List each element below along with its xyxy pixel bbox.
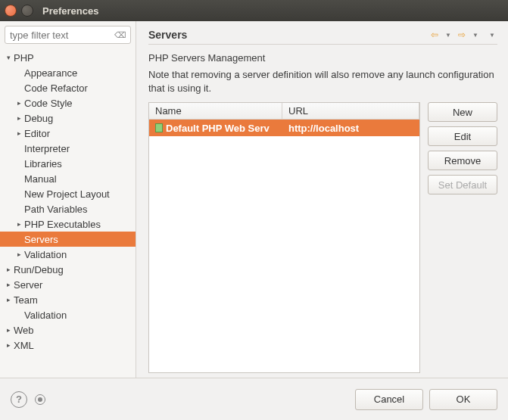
- twisty-closed-icon[interactable]: ▸: [5, 266, 12, 273]
- tree-item[interactable]: ▸Code Style: [0, 95, 136, 110]
- server-icon: [155, 123, 163, 132]
- tree-item[interactable]: Interpreter: [0, 141, 136, 156]
- tree-item-label: Debug: [24, 113, 53, 124]
- twisty-closed-icon[interactable]: ▸: [15, 114, 23, 122]
- nav-back-menu-icon[interactable]: ▼: [443, 30, 453, 40]
- servers-table: Name URL Default PHP Web Servhttp://loca…: [148, 102, 420, 373]
- twisty-closed-icon[interactable]: ▸: [5, 296, 12, 303]
- tree-item[interactable]: New Project Layout: [0, 186, 136, 201]
- nav-forward-menu-icon[interactable]: ▼: [470, 30, 481, 40]
- tree-item[interactable]: ▸Validation: [0, 247, 136, 262]
- twisty-closed-icon[interactable]: ▸: [5, 281, 12, 288]
- twisty-closed-icon[interactable]: ▸: [15, 250, 23, 258]
- tree-item[interactable]: Code Refactor: [0, 80, 136, 95]
- filter-input[interactable]: [5, 26, 131, 44]
- tree-item[interactable]: Servers: [0, 232, 136, 247]
- nav-forward-icon[interactable]: ⇨: [457, 30, 467, 40]
- remove-button[interactable]: Remove: [428, 151, 497, 170]
- tree-item-label: Validation: [24, 310, 67, 321]
- title-bar: Preferences: [0, 0, 508, 21]
- tree-item-label: Team: [14, 294, 38, 306]
- nav-menu-icon[interactable]: ▼: [487, 30, 497, 40]
- tree-item[interactable]: ▸Editor: [0, 126, 136, 141]
- tree-item[interactable]: Validation: [0, 307, 136, 322]
- tree-item[interactable]: ▸Team: [0, 292, 136, 307]
- tree-item-label: Web: [14, 325, 34, 336]
- tree-item[interactable]: ▸Run/Debug: [0, 262, 136, 277]
- tree-item[interactable]: Libraries: [0, 156, 136, 171]
- tree-item[interactable]: Appearance: [0, 65, 136, 80]
- status-icon[interactable]: [35, 394, 45, 405]
- close-icon[interactable]: [5, 5, 17, 17]
- new-button[interactable]: New: [428, 102, 497, 122]
- tree-item-label: Appearance: [24, 67, 77, 79]
- minimize-icon[interactable]: [21, 5, 33, 17]
- cell-name: Default PHP Web Serv: [149, 123, 282, 134]
- tree-item-label: Editor: [24, 128, 50, 139]
- page-title: Servers: [148, 29, 187, 41]
- column-header-url[interactable]: URL: [282, 103, 419, 119]
- tree-item-label: Run/Debug: [14, 264, 64, 275]
- tree-item[interactable]: Manual: [0, 171, 136, 186]
- twisty-closed-icon[interactable]: ▸: [5, 341, 12, 349]
- tree-item-label: Code Style: [24, 98, 73, 109]
- twisty-closed-icon[interactable]: ▸: [15, 220, 23, 228]
- twisty-open-icon[interactable]: ▾: [5, 54, 12, 61]
- ok-button[interactable]: OK: [429, 389, 497, 410]
- sidebar: ⌫ ▾PHPAppearanceCode Refactor▸Code Style…: [0, 21, 136, 378]
- tree-item-label: Validation: [24, 249, 67, 260]
- tree-item-label: Interpreter: [24, 143, 70, 154]
- tree-item-label: PHP Executables: [24, 219, 101, 230]
- help-icon[interactable]: ?: [11, 391, 27, 408]
- edit-button[interactable]: Edit: [428, 126, 497, 146]
- tree-item-label: Code Refactor: [24, 82, 88, 94]
- twisty-closed-icon[interactable]: ▸: [15, 129, 23, 137]
- tree-item-label: Servers: [24, 234, 58, 245]
- set-default-button[interactable]: Set Default: [428, 175, 497, 194]
- window-title: Preferences: [42, 5, 98, 17]
- tree-item[interactable]: Path Variables: [0, 201, 136, 216]
- tree-item-label: PHP: [14, 52, 34, 64]
- nav-back-icon[interactable]: ⇦: [429, 30, 440, 40]
- tree-item-label: Manual: [24, 173, 57, 185]
- main-panel: Servers ⇦ ▼ ⇨ ▼ ▼ PHP Servers Management…: [136, 21, 508, 378]
- tree-item-label: New Project Layout: [24, 188, 110, 200]
- tree-item[interactable]: ▸XML: [0, 338, 136, 353]
- preferences-tree[interactable]: ▾PHPAppearanceCode Refactor▸Code Style▸D…: [0, 48, 136, 378]
- tree-item[interactable]: ▸Debug: [0, 110, 136, 126]
- tree-item[interactable]: ▾PHP: [0, 50, 136, 65]
- tree-item-label: Server: [14, 279, 42, 291]
- cancel-button[interactable]: Cancel: [355, 389, 423, 410]
- clear-filter-icon[interactable]: ⌫: [114, 30, 126, 40]
- tree-item-label: XML: [14, 340, 34, 351]
- tree-item-label: Libraries: [24, 158, 62, 170]
- twisty-closed-icon[interactable]: ▸: [5, 326, 12, 334]
- tree-item[interactable]: ▸Server: [0, 277, 136, 292]
- cell-url: http://localhost: [282, 123, 419, 134]
- table-row[interactable]: Default PHP Web Servhttp://localhost: [149, 120, 419, 136]
- tree-item[interactable]: ▸PHP Executables: [0, 216, 136, 232]
- tree-item[interactable]: ▸Web: [0, 322, 136, 338]
- tree-item-label: Path Variables: [24, 204, 88, 215]
- page-description: PHP Servers Management: [148, 52, 497, 64]
- cell-name-text: Default PHP Web Serv: [166, 123, 270, 134]
- twisty-closed-icon[interactable]: ▸: [15, 99, 23, 107]
- column-header-name[interactable]: Name: [149, 103, 282, 119]
- dialog-footer: ? Cancel OK: [0, 378, 508, 420]
- page-note: Note that removing a server definition w…: [148, 68, 497, 95]
- header-nav: ⇦ ▼ ⇨ ▼ ▼: [429, 30, 497, 40]
